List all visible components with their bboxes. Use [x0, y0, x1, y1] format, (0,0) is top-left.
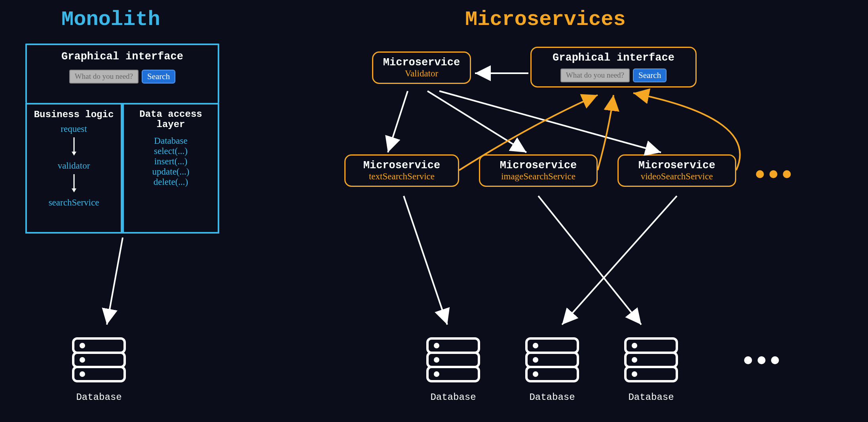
monolith-db-label: Database	[75, 392, 123, 403]
arrow-monolith-to-db	[107, 238, 123, 325]
bl-step-validator: validator	[30, 161, 118, 171]
ellipsis-services-icon	[756, 170, 791, 178]
dal-line-0: Database	[127, 136, 215, 146]
database-icon	[427, 338, 479, 381]
svg-marker-1	[72, 152, 76, 156]
text-search-box: Microservice textSearchService	[344, 154, 459, 187]
monolith-title: Monolith	[61, 8, 160, 31]
dal-line-3: update(...)	[127, 167, 215, 177]
image-search-box: Microservice imageSearchService	[479, 154, 598, 187]
monolith-search-button[interactable]: Search	[142, 70, 175, 84]
arrow-validator-to-image	[427, 91, 526, 152]
arrow-image-to-gui	[598, 95, 613, 170]
database-icon	[625, 338, 677, 381]
dal-line-4: delete(...)	[127, 177, 215, 187]
arrow-image-to-db3	[538, 196, 641, 325]
ellipsis-databases-icon	[744, 356, 779, 364]
micro-search-button[interactable]: Search	[633, 68, 667, 82]
validator-box: Microservice Validator	[372, 51, 471, 84]
image-search-name: imageSearchService	[487, 171, 589, 182]
dal-line-1: select(...)	[127, 146, 215, 156]
micro-gui-box: Graphical interface What do you need? Se…	[530, 47, 697, 87]
video-search-heading: Microservice	[626, 160, 728, 171]
arrow-down-icon	[70, 173, 78, 193]
monolith-gui-box: Graphical interface What do you need? Se…	[25, 44, 219, 103]
arrow-validator-to-video	[439, 91, 661, 152]
image-search-heading: Microservice	[487, 160, 589, 171]
validator-heading: Microservice	[380, 57, 463, 68]
business-logic-box: Business logic request validator searchS…	[25, 103, 122, 234]
data-access-layer-box: Data access layer Database select(...) i…	[122, 103, 219, 234]
dal-heading: Data access layer	[127, 109, 215, 130]
bl-step-searchservice: searchService	[30, 198, 118, 208]
text-search-heading: Microservice	[353, 160, 451, 171]
micro-db-label-1: Database	[429, 392, 477, 403]
monolith-gui-heading: Graphical interface	[27, 51, 218, 63]
video-search-name: videoSearchService	[626, 171, 728, 182]
arrow-text-to-db1	[404, 196, 447, 325]
bl-step-request: request	[30, 124, 118, 134]
text-search-name: textSearchService	[353, 171, 451, 182]
database-icon	[73, 338, 125, 381]
micro-search-input[interactable]: What do you need?	[560, 68, 630, 82]
arrow-down-icon	[70, 137, 78, 156]
microservices-title: Microservices	[465, 8, 626, 31]
micro-db-label-2: Database	[528, 392, 576, 403]
monolith-search-input[interactable]: What do you need?	[69, 70, 139, 84]
database-icon	[526, 338, 578, 381]
validator-name: Validator	[380, 68, 463, 79]
micro-db-label-3: Database	[627, 392, 675, 403]
arrow-video-to-db2	[562, 196, 677, 325]
arrow-validator-to-text	[388, 91, 408, 152]
dal-line-2: insert(...)	[127, 156, 215, 167]
video-search-box: Microservice videoSearchService	[617, 154, 736, 187]
business-logic-heading: Business logic	[30, 109, 118, 120]
micro-gui-heading: Graphical interface	[539, 52, 688, 64]
svg-marker-3	[72, 188, 76, 192]
